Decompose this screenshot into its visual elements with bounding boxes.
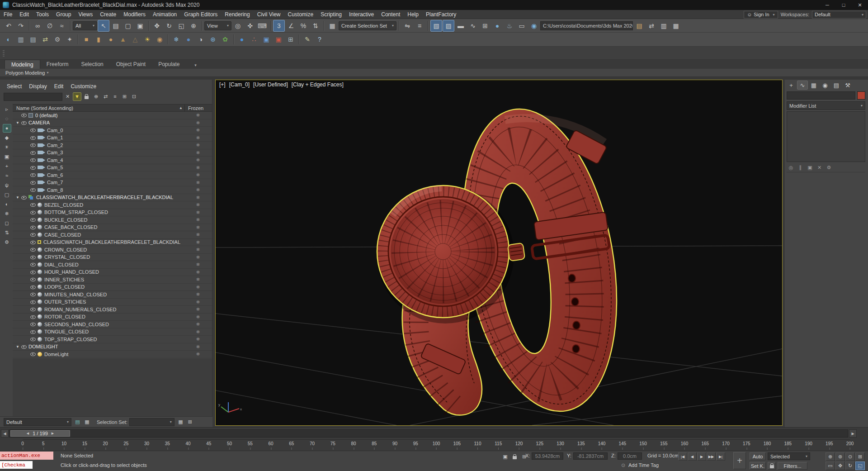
frozen-toggle[interactable]: ❄: [194, 128, 202, 133]
explorer-item-label[interactable]: Cam_2: [47, 143, 212, 148]
frozen-toggle[interactable]: ❄: [194, 232, 202, 237]
viewport-menu-shading[interactable]: [Clay + Edged Faces]: [292, 81, 344, 88]
reference-coordinate-dropdown[interactable]: View▾: [204, 21, 231, 30]
create-tab-icon[interactable]: +: [786, 81, 797, 90]
display-tab-icon[interactable]: ▤: [831, 81, 842, 90]
visibility-eye-icon[interactable]: [30, 262, 36, 267]
time-slider-handle[interactable]: ◀ 1 / 199 ▶: [10, 430, 70, 437]
frozen-toggle[interactable]: ❄: [194, 247, 202, 252]
window-crossing-toggle-icon[interactable]: ▣: [134, 20, 146, 32]
ribbon-tab-populate[interactable]: Populate: [152, 60, 186, 69]
visibility-eye-icon[interactable]: [30, 276, 36, 282]
visibility-eye-icon[interactable]: [30, 269, 36, 275]
redo-icon[interactable]: ↷: [15, 20, 27, 32]
explorer-item-label[interactable]: CROWN_CLOSED: [44, 247, 212, 252]
ribbon-panel-polygon-modeling[interactable]: Polygon Modeling ▾: [0, 69, 868, 77]
video-post-icon[interactable]: ▣: [273, 33, 284, 45]
frozen-toggle[interactable]: ❄: [194, 300, 202, 304]
maxscript-listener-line2[interactable]: [Checkma: [0, 461, 33, 469]
add-time-tag[interactable]: Add Time Tag: [628, 462, 659, 468]
expand-arrow-icon[interactable]: ▼: [14, 195, 21, 200]
set-key-button[interactable]: Set K.: [750, 462, 766, 470]
select-and-rotate-icon[interactable]: ↻: [163, 20, 175, 32]
explorer-item-label[interactable]: TONGUE_CLOSED: [44, 329, 212, 334]
explorer-item-label[interactable]: Cam_7: [47, 180, 212, 185]
explorer-item-label[interactable]: SECONDS_HAND_CLOSED: [44, 322, 212, 327]
object-name-field[interactable]: [787, 91, 855, 100]
edit-named-sets-icon[interactable]: ▦: [176, 418, 185, 426]
motion-tab-icon[interactable]: ◉: [820, 81, 830, 90]
explorer-menu-customize[interactable]: Customize: [67, 82, 99, 90]
explorer-menu-select[interactable]: Select: [4, 82, 25, 90]
explorer-row[interactable]: Cam_8 ❄: [13, 186, 212, 194]
explorer-item-label[interactable]: CAMERA: [28, 120, 212, 125]
sync-selection-icon[interactable]: ⇄: [101, 92, 110, 101]
explorer-item-label[interactable]: OUTER_STICHES: [44, 299, 212, 304]
pin-stack-icon[interactable]: ◎: [787, 163, 795, 172]
visibility-eye-icon[interactable]: [30, 202, 36, 208]
render-presets-icon[interactable]: ▥: [658, 20, 670, 32]
sort-order-icon[interactable]: ⇅: [3, 228, 11, 237]
visibility-eye-icon[interactable]: [30, 351, 36, 357]
explorer-settings-icon[interactable]: ⚙: [3, 238, 11, 247]
explorer-item-label[interactable]: HOUR_HAND_CLOSED: [44, 269, 212, 275]
visibility-eye-icon[interactable]: [30, 314, 36, 320]
visibility-eye-icon[interactable]: [30, 247, 36, 252]
display-spacewarps-icon[interactable]: ≈: [3, 171, 11, 180]
explorer-row[interactable]: Cam_3 ❄: [13, 149, 212, 157]
explorer-item-label[interactable]: Cam_4: [47, 157, 212, 163]
explorer-item-label[interactable]: Cam_0: [47, 128, 212, 133]
visibility-eye-icon[interactable]: [30, 306, 36, 312]
expand-all-icon[interactable]: ⊞: [120, 92, 129, 101]
pyramid-primitive-icon[interactable]: △: [129, 33, 141, 45]
utilities-tab-icon[interactable]: ⚒: [842, 81, 853, 90]
display-lights-icon[interactable]: ☀: [3, 143, 11, 152]
explorer-item-label[interactable]: Cam_6: [47, 172, 212, 178]
explorer-item-label[interactable]: Cam_1: [47, 135, 212, 140]
frozen-toggle[interactable]: ❄: [194, 187, 202, 192]
display-materials-icon[interactable]: ◐: [3, 200, 11, 209]
explorer-row[interactable]: OUTER_STICHES ❄: [13, 299, 212, 306]
select-and-move-icon[interactable]: ✥: [151, 20, 163, 32]
explorer-item-label[interactable]: CLASSICWATCH_BLACKLEATHERBRACELET_BLACKD…: [43, 239, 212, 245]
visibility-eye-icon[interactable]: [30, 299, 36, 305]
menu-graph-editors[interactable]: Graph Editors: [180, 10, 221, 19]
ribbon-tab-freeform[interactable]: Freeform: [40, 60, 75, 69]
configure-modifier-sets-icon[interactable]: ⚙: [825, 163, 833, 172]
time-slider-track[interactable]: ◀ 1 / 199 ▶: [9, 429, 848, 438]
frozen-toggle[interactable]: ❄: [194, 157, 202, 162]
visibility-eye-icon[interactable]: [30, 232, 36, 238]
align-icon[interactable]: ≡: [414, 20, 425, 32]
undo-icon[interactable]: ↶: [3, 20, 14, 32]
x-coordinate-field[interactable]: 53.9428cm: [532, 452, 563, 460]
explorer-dock-icon[interactable]: ▤: [73, 418, 82, 426]
explorer-menu-display[interactable]: Display: [26, 82, 50, 90]
explorer-item-label[interactable]: DOMELIGHT: [28, 344, 212, 349]
explorer-item-label[interactable]: DomeLight: [44, 352, 212, 357]
explorer-row[interactable]: CROWN_CLOSED ❄: [13, 246, 212, 254]
display-frozen-icon[interactable]: ❄: [3, 209, 11, 218]
explorer-row[interactable]: LOOPS_CLOSED ❄: [13, 284, 212, 291]
visibility-eye-icon[interactable]: [30, 180, 36, 186]
frozen-toggle[interactable]: ❄: [194, 113, 202, 118]
rendered-frame-window-icon[interactable]: ▭: [516, 20, 528, 32]
select-and-link-icon[interactable]: ∞: [32, 20, 43, 32]
ribbon-tab-selection[interactable]: Selection: [75, 60, 109, 69]
object-color-swatch[interactable]: [857, 91, 865, 100]
explorer-row[interactable]: Cam_6 ❄: [13, 171, 212, 179]
atom-icon[interactable]: ⊛: [207, 33, 219, 45]
explorer-item-label[interactable]: CASE_BACK_CLOSED: [44, 224, 212, 230]
select-children-icon[interactable]: ⊕: [92, 92, 100, 101]
visibility-eye-icon[interactable]: [21, 120, 27, 126]
ribbon-collapse-icon[interactable]: ▾: [190, 62, 202, 69]
explorer-row[interactable]: CASE_CLOSED ❄: [13, 231, 212, 239]
previous-frame-icon[interactable]: ◀: [688, 452, 697, 461]
explorer-menu-edit[interactable]: Edit: [51, 82, 67, 90]
menu-content[interactable]: Content: [377, 10, 404, 19]
menu-customize[interactable]: Customize: [284, 10, 317, 19]
display-bones-icon[interactable]: ψ: [3, 181, 11, 190]
expand-arrow-icon[interactable]: ▼: [14, 121, 21, 125]
scene-browser-icon[interactable]: ◐: [3, 33, 14, 45]
frozen-toggle[interactable]: ❄: [194, 262, 202, 267]
display-containers-icon[interactable]: ▢: [3, 190, 11, 199]
